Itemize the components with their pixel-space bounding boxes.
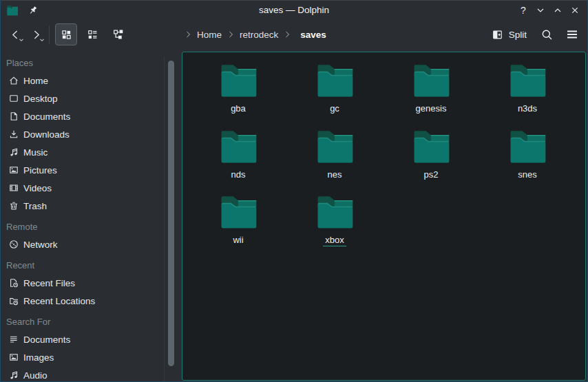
- close-button[interactable]: [569, 4, 581, 17]
- dolphin-window: saves — Dolphin ? Home retrodeck saves: [0, 0, 588, 382]
- folder-item-nds[interactable]: nds: [190, 128, 286, 194]
- folder-icon: [315, 193, 355, 230]
- close-icon: [569, 5, 580, 16]
- sidebar-item-search-images[interactable]: Images: [1, 348, 182, 366]
- titlebar[interactable]: saves — Dolphin ?: [1, 1, 587, 19]
- sidebar-item-home[interactable]: Home: [1, 72, 182, 89]
- folder-icon: [219, 128, 258, 165]
- section-title-remote: Remote: [1, 217, 182, 235]
- film-icon: [8, 182, 19, 193]
- folder-item-ps2[interactable]: ps2: [383, 128, 479, 194]
- maximize-button[interactable]: [552, 4, 564, 17]
- breadcrumb: Home retrodeck saves: [182, 28, 330, 41]
- folder-view[interactable]: gba gc genesis n3ds nds: [182, 52, 586, 381]
- places-panel: Places Home Desktop Documents Downloads …: [1, 50, 182, 381]
- pin-icon[interactable]: [28, 5, 39, 16]
- sidebar-item-label: Network: [23, 240, 58, 250]
- folder-name: ps2: [422, 169, 441, 181]
- breadcrumb-chevron-icon[interactable]: [282, 30, 293, 39]
- sidebar-item-label: Downloads: [23, 129, 70, 140]
- sidebar-item-label: Trash: [23, 201, 47, 211]
- breadcrumb-item-retrodeck[interactable]: retrodeck: [236, 28, 282, 41]
- chevron-down-icon: [535, 5, 546, 16]
- chevron-up-icon: [552, 5, 563, 16]
- sidebar-item-search-audio[interactable]: Audio: [1, 366, 182, 382]
- sidebar-item-downloads[interactable]: Downloads: [1, 125, 182, 143]
- sidebar-item-label: Images: [23, 352, 54, 363]
- split-view-icon: [492, 29, 503, 41]
- icons-view-button[interactable]: [55, 23, 77, 45]
- sidebar-item-label: Audio: [23, 370, 48, 381]
- sidebar-item-documents[interactable]: Documents: [1, 107, 182, 125]
- sidebar-item-search-documents[interactable]: Documents: [1, 330, 182, 348]
- split-button[interactable]: Split: [492, 29, 527, 41]
- sidebar-item-label: Documents: [23, 112, 70, 122]
- folder-item-genesis[interactable]: genesis: [383, 62, 479, 128]
- sidebar-item-videos[interactable]: Videos: [1, 179, 182, 197]
- document-icon: [8, 111, 19, 122]
- sidebar-item-label: Pictures: [23, 165, 57, 176]
- sidebar-item-recent-locations[interactable]: Recent Locations: [1, 292, 182, 310]
- sidebar-item-label: Desktop: [23, 94, 58, 104]
- text-lines-icon: [8, 334, 19, 345]
- back-button[interactable]: [5, 24, 25, 45]
- folder-name: genesis: [414, 103, 449, 115]
- folder-icon: [508, 62, 547, 98]
- music-note-icon: [8, 370, 19, 381]
- folder-icon: [219, 193, 258, 230]
- music-note-icon: [8, 147, 19, 158]
- main-area: Places Home Desktop Documents Downloads …: [1, 50, 587, 381]
- minimize-button[interactable]: [534, 4, 547, 17]
- sidebar-item-label: Music: [23, 147, 48, 158]
- folder-item-wii[interactable]: wii: [190, 193, 286, 259]
- help-button[interactable]: ?: [517, 4, 529, 17]
- folder-item-nes[interactable]: nes: [286, 128, 383, 194]
- folder-item-n3ds[interactable]: n3ds: [479, 62, 576, 128]
- image-icon: [8, 165, 19, 176]
- sidebar-item-pictures[interactable]: Pictures: [1, 161, 182, 179]
- folder-item-xbox[interactable]: xbox: [286, 193, 383, 259]
- sidebar-item-network[interactable]: Network: [1, 235, 182, 253]
- sidebar-item-label: Documents: [23, 335, 70, 345]
- folder-name: xbox: [323, 235, 346, 246]
- breadcrumb-chevron-icon[interactable]: [182, 30, 193, 39]
- folder-name: wii: [231, 235, 245, 246]
- section-title-recent: Recent: [1, 256, 182, 274]
- breadcrumb-item-saves[interactable]: saves: [297, 28, 330, 41]
- help-icon: ?: [521, 5, 526, 16]
- search-icon: [540, 28, 554, 41]
- folder-name: gc: [328, 103, 342, 115]
- folder-icon: [508, 128, 547, 165]
- sidebar-scrollbar-track: [164, 56, 165, 381]
- sidebar-item-label: Home: [23, 76, 48, 86]
- tree-view-button[interactable]: [107, 23, 129, 45]
- folder-icon: [219, 62, 258, 98]
- sidebar-item-recent-files[interactable]: Recent Files: [1, 274, 182, 292]
- forward-button[interactable]: [25, 24, 46, 45]
- sidebar-item-desktop[interactable]: Desktop: [1, 89, 182, 107]
- search-button[interactable]: [540, 28, 554, 41]
- tree-view-icon: [112, 28, 125, 41]
- breadcrumb-chevron-icon[interactable]: [225, 30, 236, 39]
- home-icon: [8, 75, 19, 86]
- folder-item-gc[interactable]: gc: [286, 62, 383, 128]
- sidebar-scrollbar-thumb[interactable]: [168, 61, 174, 366]
- compact-view-button[interactable]: [81, 23, 103, 45]
- hamburger-menu-icon: [565, 28, 579, 41]
- breadcrumb-item-home[interactable]: Home: [193, 28, 225, 41]
- folder-name: n3ds: [516, 103, 539, 115]
- split-button-label: Split: [509, 30, 527, 40]
- folder-icon: [315, 128, 355, 165]
- sidebar-item-trash[interactable]: Trash: [1, 197, 182, 215]
- menu-button[interactable]: [565, 28, 579, 41]
- sidebar-item-music[interactable]: Music: [1, 143, 182, 161]
- sidebar-item-label: Recent Locations: [23, 296, 95, 306]
- folder-name: nes: [326, 169, 344, 181]
- folder-item-gba[interactable]: gba: [190, 62, 286, 128]
- folder-name: gba: [229, 103, 248, 115]
- window-title: saves — Dolphin: [1, 5, 587, 15]
- toolbar-right: Split: [492, 28, 579, 41]
- image-icon: [8, 352, 19, 363]
- folder-item-snes[interactable]: snes: [479, 128, 576, 194]
- folder-icon: [412, 62, 451, 98]
